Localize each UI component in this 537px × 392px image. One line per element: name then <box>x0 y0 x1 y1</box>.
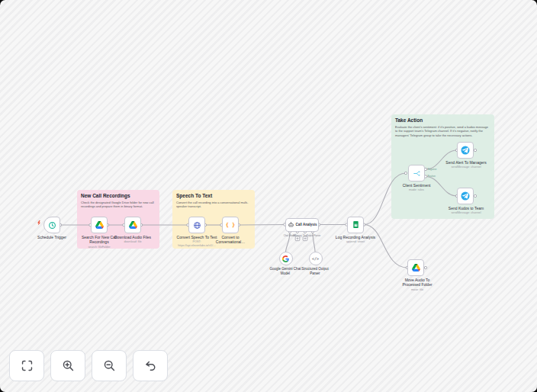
zoom-out-icon <box>103 359 116 372</box>
node-subtitle: append: sheet <box>333 240 378 244</box>
zoom-in-button[interactable] <box>50 350 85 381</box>
connector-label-memory: Memory <box>294 234 302 237</box>
clock-icon <box>48 221 56 230</box>
code-braces-icon: { } <box>226 223 236 228</box>
node-subtitle: sendMessage: channel <box>444 211 488 215</box>
node-label: Download Audio Files <box>111 235 155 239</box>
node-client-sentiment[interactable] <box>408 165 425 182</box>
node-label: Google Gemini Chat Model <box>269 267 301 275</box>
node-download-audio-files[interactable] <box>124 217 141 233</box>
node-convert-speech-to-text[interactable] <box>188 217 205 233</box>
google-drive-icon <box>129 221 137 229</box>
workflow-canvas[interactable]: New Call Recordings Check the designated… <box>0 0 537 392</box>
node-subtitle: sendMessage: channel <box>444 165 488 169</box>
telegram-icon <box>461 146 470 155</box>
node-label: Log Recording Analysis <box>333 235 378 239</box>
node-subtitle: download: file <box>111 240 155 244</box>
node-subtitle: mode: rules <box>394 188 439 192</box>
node-move-audio-to-processed-folder[interactable] <box>407 259 424 276</box>
node-label: Schedule Trigger <box>30 235 74 239</box>
google-drive-icon <box>412 264 420 272</box>
node-subtitle: search: fileFolder <box>77 246 121 249</box>
google-sheets-icon <box>352 220 360 229</box>
output-label-positive: Positive <box>428 175 436 178</box>
zoom-to-fit-icon <box>21 359 34 372</box>
telegram-icon <box>461 191 470 201</box>
node-google-gemini-chat-model[interactable] <box>279 252 293 265</box>
canvas-controls <box>9 350 168 381</box>
node-send-kudos-to-team[interactable] <box>457 188 474 204</box>
reset-zoom-button[interactable] <box>133 350 168 381</box>
node-label: Send Kudos to Team <box>444 206 488 210</box>
output-label-negative: Negative <box>428 168 437 171</box>
node-call-analysis[interactable]: Call Analysis <box>285 218 319 232</box>
node-schedule-trigger[interactable] <box>43 217 60 233</box>
connector-label-output-parser: Output Parser <box>307 234 321 237</box>
google-drive-icon <box>95 221 104 229</box>
node-convert-to-conversational[interactable]: { } <box>222 217 239 233</box>
node-send-alert-to-managers[interactable] <box>457 142 474 159</box>
node-label: Client Sentiment <box>394 183 439 188</box>
execute-bolt-icon <box>37 220 40 226</box>
switch-icon <box>413 169 421 178</box>
node-label: Send Alert To Managers <box>444 160 488 165</box>
zoom-out-button[interactable] <box>92 350 127 381</box>
node-subtitle: move: file <box>400 288 435 292</box>
globe-icon <box>193 221 201 230</box>
node-label: Convert to Conversational… <box>208 235 252 245</box>
reset-zoom-icon <box>144 359 157 372</box>
add-connection-button[interactable] <box>295 236 307 241</box>
node-label: Call Analysis <box>296 223 317 227</box>
zoom-to-fit-button[interactable] <box>9 350 44 381</box>
google-g-icon <box>282 255 289 262</box>
node-label: Move Audio To Processed Folder <box>400 278 435 288</box>
robot-icon <box>288 221 294 228</box>
node-log-recording-analysis[interactable] <box>347 217 364 233</box>
node-structured-output-parser[interactable]: </> <box>309 252 323 265</box>
code-brackets-icon: </> <box>312 257 319 261</box>
node-search-for-new-call-recordings[interactable] <box>91 217 108 233</box>
zoom-in-icon <box>62 359 75 372</box>
node-label: Structured Output Parser <box>299 267 331 275</box>
